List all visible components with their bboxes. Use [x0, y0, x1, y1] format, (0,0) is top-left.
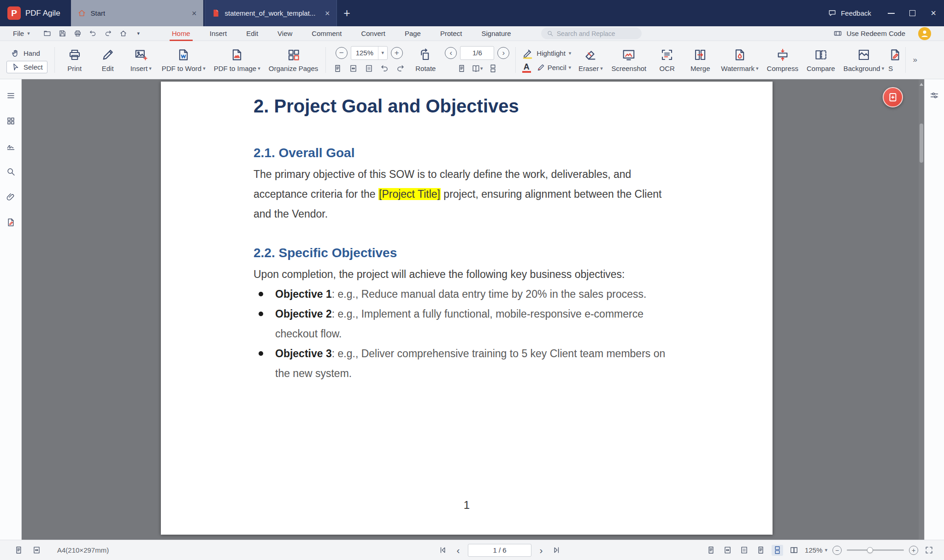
- first-page-button[interactable]: [437, 545, 448, 556]
- continuous-view-button[interactable]: [487, 63, 499, 74]
- two-page-view-button[interactable]: [788, 545, 800, 556]
- select-tool-button[interactable]: Select: [6, 61, 47, 73]
- rotate-left-button[interactable]: [379, 63, 390, 74]
- watermark-button[interactable]: Watermark▾: [717, 43, 762, 77]
- insert-button[interactable]: Insert▾: [124, 43, 158, 77]
- zoom-input[interactable]: [351, 49, 378, 57]
- rotate-right-button[interactable]: [395, 63, 406, 74]
- vertical-scrollbar[interactable]: [919, 79, 924, 540]
- previous-page-button[interactable]: ‹: [445, 47, 457, 59]
- search-replace-box[interactable]: [541, 28, 642, 39]
- fit-page-button[interactable]: [363, 63, 375, 74]
- tab-convert[interactable]: Convert: [351, 26, 395, 41]
- redo-button[interactable]: [101, 28, 115, 40]
- next-page-button[interactable]: ›: [497, 47, 509, 59]
- fullscreen-button[interactable]: [923, 545, 935, 556]
- attachments-panel-button[interactable]: [5, 191, 17, 203]
- quick-access-chevron[interactable]: ▾: [131, 28, 146, 40]
- tab-comment[interactable]: Comment: [302, 26, 351, 41]
- zoom-in-button[interactable]: +: [391, 47, 403, 59]
- thumbnails-panel-button[interactable]: [5, 115, 17, 127]
- avatar[interactable]: [918, 27, 931, 40]
- panel-menu-button[interactable]: [5, 89, 17, 101]
- page-input[interactable]: [460, 49, 494, 57]
- compare-button[interactable]: Compare: [802, 43, 839, 77]
- next-page-button[interactable]: ›: [536, 545, 547, 556]
- actual-size-button[interactable]: [705, 545, 717, 556]
- pdf-page[interactable]: 2. Project Goal and Objectives 2.1. Over…: [161, 82, 773, 535]
- continuous-view-button[interactable]: [772, 545, 783, 556]
- zoom-out-button[interactable]: −: [336, 47, 348, 59]
- tab-insert[interactable]: Insert: [200, 26, 237, 41]
- page-size-button[interactable]: [31, 545, 42, 556]
- document-viewport[interactable]: 2. Project Goal and Objectives 2.1. Over…: [22, 79, 919, 540]
- zoom-in-button[interactable]: +: [909, 546, 918, 555]
- screenshot-button[interactable]: Screenshot: [607, 43, 650, 77]
- previous-page-button[interactable]: ‹: [453, 545, 464, 556]
- minimize-button[interactable]: [880, 0, 902, 26]
- file-menu[interactable]: File ▾: [0, 29, 35, 37]
- scroll-up-icon[interactable]: [920, 83, 923, 86]
- scrollbar-thumb[interactable]: [920, 124, 923, 163]
- tab-page[interactable]: Page: [395, 26, 431, 41]
- pdf-to-image-button[interactable]: PDF to Image▾: [210, 43, 265, 77]
- tab-signature[interactable]: Signature: [472, 26, 520, 41]
- annotations-panel-button[interactable]: [5, 216, 17, 228]
- zoom-slider-knob[interactable]: [867, 547, 873, 553]
- toolbar-overflow-button[interactable]: »: [909, 46, 921, 74]
- edit-button[interactable]: Edit: [91, 43, 124, 77]
- print-button[interactable]: Print: [58, 43, 91, 77]
- merge-button[interactable]: Merge: [684, 43, 717, 77]
- page-field[interactable]: [460, 46, 494, 60]
- zoom-field[interactable]: ▾: [351, 46, 388, 60]
- tab-document[interactable]: statement_of_work_templat... ×: [205, 0, 337, 26]
- tab-protect[interactable]: Protect: [431, 26, 472, 41]
- page-info-button[interactable]: [13, 545, 24, 556]
- page-indicator-field[interactable]: [468, 544, 531, 557]
- properties-panel-button[interactable]: [928, 89, 940, 101]
- zoom-slider[interactable]: [847, 549, 904, 551]
- two-page-view-button[interactable]: ▾: [472, 63, 483, 74]
- open-file-button[interactable]: [40, 28, 54, 40]
- clipped-toolbar-button[interactable]: S: [888, 43, 902, 77]
- background-button[interactable]: Background▾: [839, 43, 889, 77]
- redeem-code-button[interactable]: Use Redeem Code: [833, 29, 918, 38]
- pencil-tool-button[interactable]: Pencil ▾: [537, 63, 571, 72]
- tab-edit[interactable]: Edit: [236, 26, 268, 41]
- eraser-button[interactable]: Eraser▾: [574, 43, 607, 77]
- tab-home[interactable]: Home: [162, 26, 200, 41]
- organize-pages-button[interactable]: Organize Pages: [265, 43, 323, 77]
- rotate-button[interactable]: Rotate: [409, 43, 442, 77]
- font-color-button[interactable]: A: [522, 62, 531, 73]
- home-view-button[interactable]: [116, 28, 130, 40]
- zoom-level-dropdown[interactable]: 125% ▾: [805, 546, 827, 554]
- fit-width-button[interactable]: [348, 63, 359, 74]
- pdf-to-word-button[interactable]: PDF to Word▾: [158, 43, 210, 77]
- tab-view[interactable]: View: [268, 26, 302, 41]
- zoom-dropdown[interactable]: ▾: [378, 47, 387, 59]
- fit-width-button[interactable]: [722, 545, 733, 556]
- single-page-view-button[interactable]: [755, 545, 767, 556]
- ocr-button[interactable]: OCR: [650, 43, 684, 77]
- compress-button[interactable]: Compress: [763, 43, 802, 77]
- single-page-view-button[interactable]: [456, 63, 467, 74]
- close-window-button[interactable]: ×: [923, 0, 944, 26]
- search-input[interactable]: [557, 30, 636, 37]
- zoom-out-button[interactable]: −: [832, 546, 842, 555]
- tab-close-icon[interactable]: ×: [325, 9, 330, 18]
- highlight-button[interactable]: Hightlight ▾: [522, 47, 571, 59]
- actual-size-button[interactable]: [332, 63, 343, 74]
- maximize-button[interactable]: [902, 0, 923, 26]
- fit-page-button[interactable]: [738, 545, 750, 556]
- tab-start[interactable]: Start ×: [71, 0, 203, 26]
- tab-close-icon[interactable]: ×: [192, 9, 197, 18]
- signature-panel-button[interactable]: [5, 140, 17, 152]
- undo-button[interactable]: [86, 28, 100, 40]
- last-page-button[interactable]: [551, 545, 562, 556]
- feedback-button[interactable]: Feedback: [819, 0, 880, 26]
- page-indicator-input[interactable]: [468, 544, 531, 556]
- hand-tool-button[interactable]: Hand: [6, 47, 47, 59]
- quick-print-button[interactable]: [71, 28, 85, 40]
- quick-convert-fab[interactable]: [883, 87, 903, 107]
- new-tab-button[interactable]: +: [337, 0, 357, 26]
